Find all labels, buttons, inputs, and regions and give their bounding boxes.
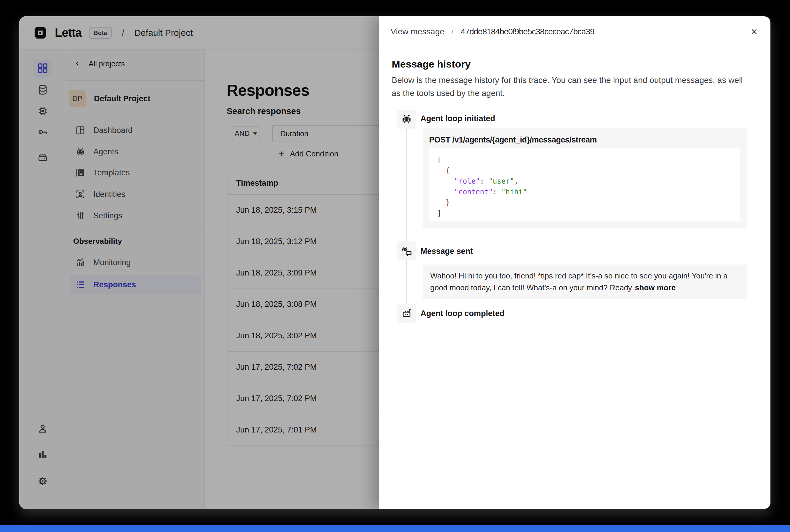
code-line: [ [437,155,732,165]
event-icon-agent-loop-initiated [397,110,416,129]
agent-message-icon [401,245,413,257]
code-line: "role": "user", [437,176,732,187]
request-card: POST /v1/agents/{agent_id}/messages/stre… [422,128,747,228]
code-line: "content": "hihi" [437,187,732,197]
event-icon-agent-loop-completed [397,304,416,323]
agent-message-text: Wahoo! Hi hi to you too, friend! *tips r… [430,271,728,292]
request-json-code: [ { "role": "user", "content": "hihi" }] [429,148,740,222]
app-window: Letta Beta / Default Project [19,16,770,509]
event-label: Message sent [420,247,473,256]
code-line: } [437,197,732,208]
show-more-link[interactable]: show more [635,283,676,292]
agent-message-card: Wahoo! Hi hi to you too, friend! *tips r… [422,265,747,299]
panel-breadcrumb-separator: / [452,27,454,36]
timeline-connector [406,120,407,312]
view-message-panel: View message / 47dde8184be0f9be5c38cecea… [379,16,770,509]
event-label: Agent loop completed [420,309,505,318]
close-icon[interactable]: × [751,26,757,37]
panel-breadcrumb-label: View message [391,27,445,36]
agent-sleeping-icon [401,307,413,319]
event-icon-message-sent [397,242,416,260]
agent-invader-icon [401,113,413,125]
code-line: { [437,165,732,176]
message-history-heading: Message history [392,58,471,70]
panel-header: View message / 47dde8184be0f9be5c38cecea… [379,16,770,48]
event-label: Agent loop initiated [420,114,495,123]
desktop-background: Letta Beta / Default Project [0,0,790,532]
trace-id: 47dde8184be0f9be5c38ceceac7bca39 [461,27,595,36]
desktop-accent-bar [0,525,790,532]
request-endpoint: POST /v1/agents/{agent_id}/messages/stre… [429,135,741,145]
message-history-description: Below is the message history for this tr… [392,74,750,100]
code-line: ] [437,208,732,218]
